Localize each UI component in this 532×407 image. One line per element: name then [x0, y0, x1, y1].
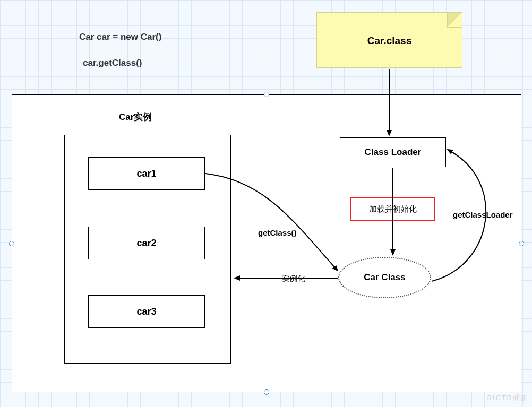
getclassloader-label: getClassLoader: [453, 210, 513, 219]
load-init-label: 加载并初始化: [369, 204, 417, 214]
handle-left: [9, 241, 14, 246]
sticky-label: Car.class: [317, 35, 462, 47]
car3-label: car3: [136, 306, 156, 317]
instantiate-label: 实例化: [281, 274, 305, 284]
handle-right: [519, 241, 524, 246]
load-init-box: 加载并初始化: [350, 197, 435, 221]
class-loader-box: Class Loader: [340, 137, 446, 167]
class-loader-label: Class Loader: [365, 147, 422, 158]
car2-box: car2: [88, 227, 205, 259]
instances-header: Car实例: [119, 111, 152, 123]
handle-top: [264, 92, 269, 97]
car-class-label: Car Class: [364, 272, 405, 283]
sticky-note: Car.class: [316, 12, 462, 68]
car1-box: car1: [88, 157, 205, 190]
sticky-fold-icon: [447, 13, 462, 28]
car1-label: car1: [136, 168, 156, 179]
watermark: 51CTO博客: [487, 393, 527, 403]
car2-label: car2: [136, 238, 156, 249]
handle-bottom: [264, 389, 269, 395]
getclass-label: getClass(): [258, 228, 297, 237]
car-class-ellipse: Car Class: [338, 257, 431, 298]
code-line-2: car.getClass(): [83, 58, 142, 68]
code-line-1: Car car = new Car(): [79, 32, 161, 42]
car3-box: car3: [88, 295, 205, 328]
